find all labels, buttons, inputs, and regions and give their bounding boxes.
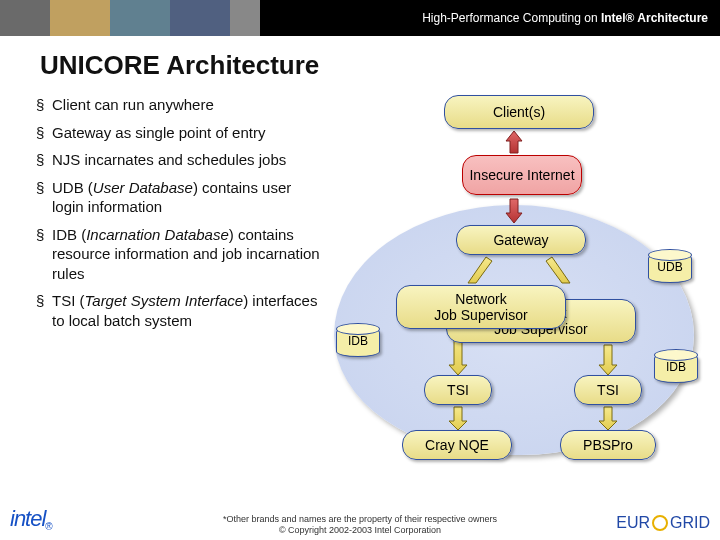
insecure-internet-box: Insecure Internet — [462, 155, 582, 195]
bullet-item: UDB (User Database) contains user login … — [36, 178, 326, 217]
footer-text: *Other brands and names are the property… — [0, 514, 720, 536]
header-prefix: High-Performance Computing on — [422, 11, 601, 25]
architecture-diagram: Client(s) Insecure Internet Gateway Netw… — [326, 95, 706, 485]
eurogrid-logo: EURGRID — [616, 514, 710, 532]
batch-cray-box: Cray NQE — [402, 430, 512, 460]
gateway-box: Gateway — [456, 225, 586, 255]
clients-box: Client(s) — [444, 95, 594, 129]
bullet-item: Client can run anywhere — [36, 95, 326, 115]
header-label: High-Performance Computing on Intel® Arc… — [422, 11, 708, 25]
tsi-box-2: TSI — [574, 375, 642, 405]
header-bar: High-Performance Computing on Intel® Arc… — [0, 0, 720, 36]
njs-box-1: NetworkJob Supervisor — [396, 285, 566, 329]
bullet-item: TSI (Target System Interface) interfaces… — [36, 291, 326, 330]
bullet-item: IDB (Incarnation Database) contains reso… — [36, 225, 326, 284]
udb-cylinder: UDB — [648, 253, 692, 293]
bullet-item: NJS incarnates and schedules jobs — [36, 150, 326, 170]
header-bold: Intel® Architecture — [601, 11, 708, 25]
bullet-list: Client can run anywhereGateway as single… — [36, 95, 326, 485]
tsi-box-1: TSI — [424, 375, 492, 405]
globe-icon — [652, 515, 668, 531]
content-row: Client can run anywhereGateway as single… — [0, 95, 720, 485]
idb-cylinder-1: IDB — [336, 327, 380, 367]
bullet-item: Gateway as single point of entry — [36, 123, 326, 143]
slide-title: UNICORE Architecture — [40, 50, 720, 81]
idb-cylinder-2: IDB — [654, 353, 698, 393]
batch-pbs-box: PBSPro — [560, 430, 656, 460]
header-chip-strip — [0, 0, 260, 36]
